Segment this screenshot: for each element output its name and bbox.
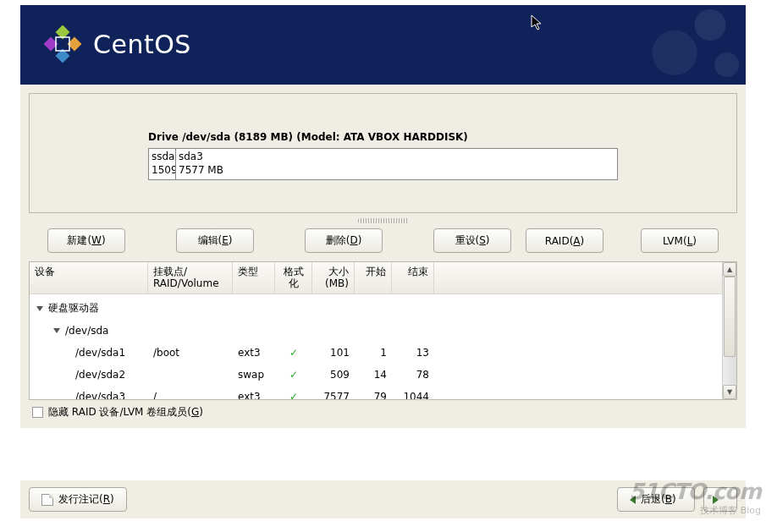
- arrow-right-icon: [713, 496, 719, 504]
- scroll-down-icon[interactable]: ▼: [723, 385, 736, 399]
- reset-button[interactable]: 重设(S): [433, 228, 511, 253]
- col-type[interactable]: 类型: [233, 262, 275, 293]
- main-panel: Drive /dev/sda (8189 MB) (Model: ATA VBO…: [20, 85, 746, 428]
- col-mount[interactable]: 挂载点/ RAID/Volume: [148, 262, 233, 293]
- edit-button[interactable]: 编辑(E): [176, 228, 254, 253]
- drive-title: Drive /dev/sda (8189 MB) (Model: ATA VBO…: [148, 131, 618, 143]
- col-size[interactable]: 大小 (MB): [312, 262, 355, 293]
- release-notes-button[interactable]: 发行注记(R): [29, 487, 127, 512]
- col-end[interactable]: 结束: [392, 262, 434, 293]
- drive-partition-bar[interactable]: ssda2 1509 M sda3 7577 MB: [148, 148, 618, 180]
- tree-root-row[interactable]: 硬盘驱动器: [30, 298, 722, 320]
- centos-logo-icon: [44, 25, 81, 63]
- next-button[interactable]: [703, 487, 737, 512]
- table-header: 设备 挂载点/ RAID/Volume 类型 格式化 大小 (MB) 开始 结束: [30, 262, 722, 294]
- new-button[interactable]: 新建(W): [47, 228, 125, 253]
- drive-diagram-frame: Drive /dev/sda (8189 MB) (Model: ATA VBO…: [29, 93, 737, 213]
- checkbox-icon[interactable]: [32, 407, 43, 418]
- vertical-scrollbar[interactable]: ▲ ▼: [722, 262, 736, 399]
- hide-raid-checkbox-row[interactable]: 隐藏 RAID 设备/LVM 卷组成员(G): [29, 400, 737, 425]
- col-device[interactable]: 设备: [30, 262, 148, 293]
- arrow-left-icon: [630, 496, 636, 504]
- raid-button[interactable]: RAID(A): [526, 228, 603, 253]
- table-row[interactable]: /dev/sda3/ext3✓7577791044: [30, 386, 722, 399]
- partition-segment[interactable]: sda3 7577 MB: [176, 149, 617, 179]
- expand-icon[interactable]: [53, 328, 60, 333]
- header-banner: CentOS: [20, 5, 746, 85]
- table-row[interactable]: /dev/sda2swap✓5091478: [30, 364, 722, 386]
- action-button-row: 新建(W) 编辑(E) 删除(D) 重设(S) RAID(A) LVM(L): [29, 223, 737, 261]
- col-start[interactable]: 开始: [355, 262, 392, 293]
- back-button[interactable]: 后退(B): [617, 487, 695, 512]
- table-row[interactable]: /dev/sda1/bootext3✓101113: [30, 342, 722, 364]
- checkmark-icon: ✓: [275, 347, 312, 359]
- partition-segment[interactable]: ssda2 1509 M: [149, 149, 176, 179]
- tree-disk-row[interactable]: /dev/sda: [30, 320, 722, 342]
- col-format[interactable]: 格式化: [275, 262, 312, 293]
- notes-icon: [41, 494, 53, 506]
- footer-bar: 发行注记(R) 后退(B): [20, 480, 746, 518]
- scroll-up-icon[interactable]: ▲: [723, 262, 736, 277]
- table-body: 硬盘驱动器 /dev/sda /dev/sda1/bootext3✓101113…: [30, 294, 722, 399]
- delete-button[interactable]: 删除(D): [305, 228, 383, 253]
- lvm-button[interactable]: LVM(L): [641, 228, 719, 253]
- expand-icon[interactable]: [36, 306, 43, 311]
- scroll-thumb[interactable]: [724, 277, 736, 357]
- checkmark-icon: ✓: [275, 369, 312, 381]
- checkmark-icon: ✓: [275, 391, 312, 399]
- partition-table: 设备 挂载点/ RAID/Volume 类型 格式化 大小 (MB) 开始 结束…: [29, 261, 737, 400]
- brand-text: CentOS: [93, 30, 191, 59]
